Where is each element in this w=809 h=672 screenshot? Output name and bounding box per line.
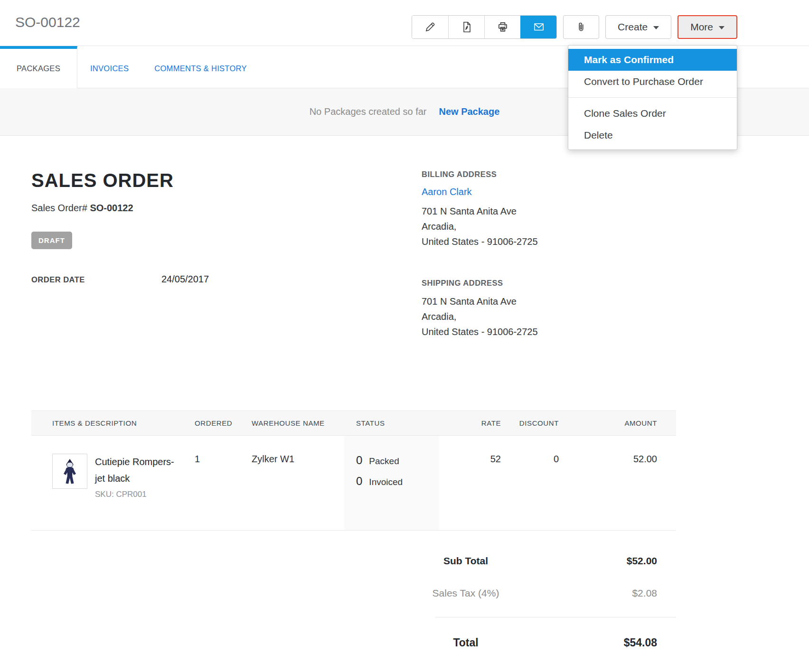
menu-item-convert-to-purchase-order[interactable]: Convert to Purchase Order xyxy=(568,71,737,93)
document-header: SALES ORDER Sales Order# SO-00122 DRAFT … xyxy=(31,170,676,339)
table-header-row: ITEMS & DESCRIPTION ORDERED WAREHOUSE NA… xyxy=(31,411,676,436)
sub-total-value: $52.00 xyxy=(525,555,657,567)
item-text: Cutiepie Rompers- jet black SKU: CPR001 xyxy=(95,454,174,499)
column-header-items: ITEMS & DESCRIPTION xyxy=(31,419,195,427)
column-header-status: STATUS xyxy=(344,419,439,427)
sales-order-number-label: Sales Order# xyxy=(31,203,87,213)
billing-address-heading: BILLING ADDRESS xyxy=(422,170,676,179)
column-header-warehouse: WAREHOUSE NAME xyxy=(252,419,344,427)
pdf-file-icon xyxy=(461,21,473,33)
status-cell: 0 Packed 0 Invoiced xyxy=(344,436,439,530)
billing-address-block: 701 N Santa Anita Ave Arcadia, United St… xyxy=(422,204,676,249)
warehouse-cell: Zylker W1 xyxy=(252,436,344,530)
amount-cell: 52.00 xyxy=(559,436,676,530)
sales-order-number-value: SO-00122 xyxy=(90,203,133,213)
grand-total-row: Total $54.08 xyxy=(406,636,676,649)
menu-item-delete[interactable]: Delete xyxy=(568,124,737,146)
shipping-address-line: Arcadia, xyxy=(422,309,676,324)
menu-item-clone-sales-order[interactable]: Clone Sales Order xyxy=(568,103,737,124)
billing-address-line: Arcadia, xyxy=(422,219,676,234)
column-header-ordered: ORDERED xyxy=(195,419,252,427)
shipping-address-line: 701 N Santa Anita Ave xyxy=(422,294,676,309)
menu-divider xyxy=(568,97,737,98)
edit-button[interactable] xyxy=(412,16,448,38)
sub-total-row: Sub Total $52.00 xyxy=(406,555,676,567)
item-thumbnail xyxy=(52,454,87,489)
menu-item-mark-as-confirmed[interactable]: Mark as Confirmed xyxy=(568,49,737,71)
top-bar: SO-00122 xyxy=(0,0,809,46)
more-button-label: More xyxy=(690,21,713,33)
grand-total-label: Total xyxy=(406,636,525,649)
chevron-down-icon xyxy=(653,26,659,29)
order-date-label: ORDER DATE xyxy=(31,275,161,284)
paperclip-icon xyxy=(575,21,587,33)
ordered-cell: 1 xyxy=(195,436,252,530)
status-badge: DRAFT xyxy=(31,232,72,249)
totals-divider xyxy=(435,617,676,617)
line-items-table: ITEMS & DESCRIPTION ORDERED WAREHOUSE NA… xyxy=(31,411,676,531)
print-button[interactable] xyxy=(484,16,520,38)
grand-total-value: $54.08 xyxy=(525,636,657,649)
document-header-right: BILLING ADDRESS Aaron Clark 701 N Santa … xyxy=(422,170,676,339)
more-dropdown-menu: Mark as Confirmed Convert to Purchase Or… xyxy=(568,45,737,150)
tab-comments-history[interactable]: COMMENTS & HISTORY xyxy=(141,46,260,88)
totals-section: Sub Total $52.00 Sales Tax (4%) $2.08 To… xyxy=(406,555,676,649)
invoiced-label: Invoiced xyxy=(369,477,403,487)
romper-product-image xyxy=(56,457,84,486)
create-button[interactable]: Create xyxy=(605,15,671,39)
billing-address-line: 701 N Santa Anita Ave xyxy=(422,204,676,219)
table-row: Cutiepie Rompers- jet black SKU: CPR001 … xyxy=(31,436,676,531)
pdf-button[interactable] xyxy=(448,16,484,38)
shipping-address-line: United States - 91006-2725 xyxy=(422,324,676,339)
attachments-button[interactable] xyxy=(563,15,599,39)
document-header-left: SALES ORDER Sales Order# SO-00122 DRAFT … xyxy=(31,170,422,339)
item-cell: Cutiepie Rompers- jet black SKU: CPR001 xyxy=(31,436,195,530)
pencil-icon xyxy=(424,21,436,33)
packed-status: 0 Packed xyxy=(356,454,439,467)
column-header-amount: AMOUNT xyxy=(559,419,676,427)
tab-packages[interactable]: PACKAGES xyxy=(0,46,77,88)
no-packages-message: No Packages created so far xyxy=(310,106,427,117)
page-title: SO-00122 xyxy=(15,14,80,30)
invoiced-status: 0 Invoiced xyxy=(356,475,439,488)
column-header-discount: DISCOUNT xyxy=(501,419,559,427)
printer-icon xyxy=(497,21,509,33)
invoiced-count: 0 xyxy=(356,475,362,488)
sales-tax-label: Sales Tax (4%) xyxy=(406,588,525,599)
billing-address-section: BILLING ADDRESS Aaron Clark 701 N Santa … xyxy=(422,170,676,249)
shipping-address-section: SHIPPING ADDRESS 701 N Santa Anita Ave A… xyxy=(422,279,676,339)
create-button-label: Create xyxy=(618,21,648,33)
item-name-line2: jet black xyxy=(95,470,174,487)
sales-tax-value: $2.08 xyxy=(525,588,657,599)
more-button[interactable]: More xyxy=(677,15,737,39)
shipping-address-heading: SHIPPING ADDRESS xyxy=(422,279,676,288)
packed-label: Packed xyxy=(369,456,399,467)
sales-tax-row: Sales Tax (4%) $2.08 xyxy=(406,588,676,599)
document-title: SALES ORDER xyxy=(31,170,422,191)
item-sku: SKU: CPR001 xyxy=(95,490,174,499)
packed-count: 0 xyxy=(356,454,362,467)
sub-total-label: Sub Total xyxy=(406,555,525,567)
sales-order-sheet: SALES ORDER Sales Order# SO-00122 DRAFT … xyxy=(31,170,676,649)
email-button[interactable] xyxy=(520,16,556,38)
envelope-icon xyxy=(532,21,546,33)
document-actions-group xyxy=(412,15,557,39)
shipping-address-block: 701 N Santa Anita Ave Arcadia, United St… xyxy=(422,294,676,339)
tab-invoices[interactable]: INVOICES xyxy=(77,46,141,88)
order-date-row: ORDER DATE 24/05/2017 xyxy=(31,274,422,285)
new-package-link[interactable]: New Package xyxy=(439,106,499,117)
toolbar: Create More xyxy=(412,15,737,39)
order-date-value: 24/05/2017 xyxy=(161,274,209,285)
billing-customer-link[interactable]: Aaron Clark xyxy=(422,187,676,197)
chevron-down-icon xyxy=(719,26,724,29)
item-name-line1: Cutiepie Rompers- xyxy=(95,454,174,470)
column-header-rate: RATE xyxy=(439,419,501,427)
discount-cell: 0 xyxy=(501,436,559,530)
sales-order-number: Sales Order# SO-00122 xyxy=(31,203,422,214)
billing-address-line: United States - 91006-2725 xyxy=(422,234,676,249)
rate-cell: 52 xyxy=(439,436,501,530)
